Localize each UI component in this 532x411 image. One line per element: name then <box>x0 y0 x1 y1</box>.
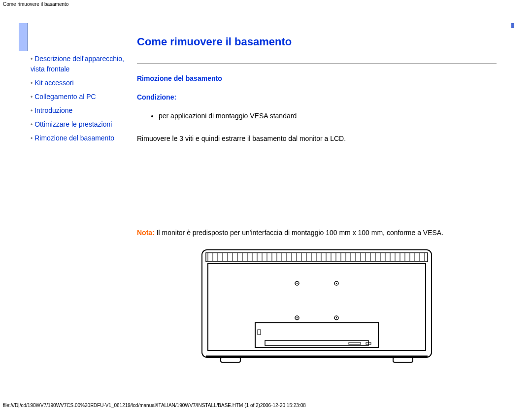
sidebar-item-description[interactable]: •Descrizione dell'apparecchio, vista fro… <box>31 54 129 74</box>
bullet-icon: • <box>31 80 33 87</box>
sidebar-link[interactable]: Kit accessori <box>34 79 73 87</box>
section-title: Rimozione del basamento <box>137 74 497 82</box>
sidebar-item-kit[interactable]: •Kit accessori <box>31 78 129 88</box>
bullet-icon: • <box>31 56 33 63</box>
svg-rect-47 <box>208 264 426 350</box>
sidebar-item-intro[interactable]: •Introduzione <box>31 105 129 116</box>
main-content: Come rimuovere il basamento Rimozione de… <box>137 35 497 365</box>
bullet-icon: • <box>31 135 33 142</box>
sidebar-item-optimize[interactable]: •Ottimizzare le prestazioni <box>31 119 129 130</box>
svg-rect-48 <box>255 323 378 347</box>
svg-rect-63 <box>393 357 413 362</box>
svg-rect-62 <box>221 357 240 362</box>
header-path: Come rimuovere il basamento <box>0 0 532 8</box>
note-label: Nota: <box>137 229 155 237</box>
note-paragraph: Nota: Il monitor è predisposto per un'in… <box>137 228 497 238</box>
bullet-icon: • <box>31 107 33 114</box>
decorative-strip <box>511 23 514 28</box>
condition-label: Condizione: <box>137 93 497 101</box>
svg-point-55 <box>297 317 298 318</box>
svg-rect-1 <box>206 253 428 262</box>
svg-rect-58 <box>258 330 261 335</box>
svg-point-52 <box>336 283 337 284</box>
condition-bullet: per applicazioni di montaggio VESA stand… <box>159 112 497 120</box>
page-title: Come rimuovere il basamento <box>137 35 497 48</box>
svg-rect-0 <box>202 250 432 357</box>
monitor-back-icon <box>201 249 432 365</box>
sidebar-item-remove-base[interactable]: •Rimozione del basamento <box>31 133 129 143</box>
sidebar-link[interactable]: Rimozione del basamento <box>34 134 114 142</box>
sidebar-link[interactable]: Collegamento al PC <box>34 93 96 101</box>
svg-point-56 <box>336 317 337 318</box>
bullet-icon: • <box>31 94 33 101</box>
sidebar-link[interactable]: Ottimizzare le prestazioni <box>34 120 112 128</box>
vesa-illustration <box>201 249 432 365</box>
decorative-bar <box>19 23 28 51</box>
sidebar-link[interactable]: Introduzione <box>34 106 72 114</box>
sidebar-link[interactable]: Descrizione dell'apparecchio, vista fron… <box>31 55 124 73</box>
sidebar-nav: •Descrizione dell'apparecchio, vista fro… <box>31 54 129 147</box>
condition-list: per applicazioni di montaggio VESA stand… <box>152 112 497 120</box>
divider <box>137 63 497 64</box>
bullet-icon: • <box>31 121 33 128</box>
footer-path: file:///D|/cd/190WV7/190WV7CS.00%20EDFU-… <box>3 403 306 408</box>
sidebar-item-connection[interactable]: •Collegamento al PC <box>31 92 129 102</box>
svg-point-51 <box>297 283 298 284</box>
note-text: Il monitor è predisposto per un'interfac… <box>155 229 443 237</box>
svg-rect-59 <box>349 342 361 344</box>
step-text: Rimuovere le 3 viti e quindi estrarre il… <box>137 134 497 144</box>
